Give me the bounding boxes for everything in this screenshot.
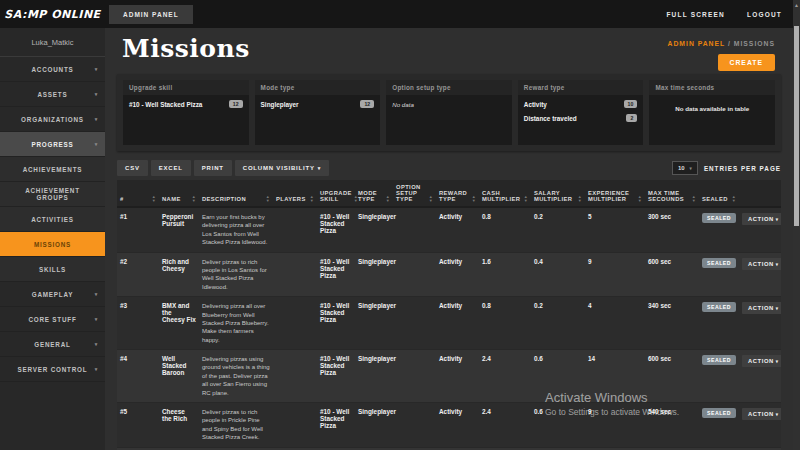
col-header-players[interactable]: PLAYERS▲▼	[273, 180, 317, 207]
sidebar-item-label: GAMEPLAY	[32, 291, 74, 298]
sidebar-item-organizations[interactable]: ORGANIZATIONS▾	[0, 107, 105, 132]
vertical-scrollbar[interactable]: ▲	[793, 0, 800, 450]
sort-arrows-icon[interactable]: ▲▼	[638, 195, 642, 202]
col-header-inner: NAME▲▼	[162, 195, 196, 202]
sidebar-item-accounts[interactable]: ACCOUNTS▾	[0, 57, 105, 82]
table-row: #5Cheese the RichDeliver pizzas to rich …	[117, 403, 781, 448]
col-header-label: DESCRIPTION	[202, 196, 246, 202]
col-header-description[interactable]: DESCRIPTION▲▼	[199, 180, 273, 207]
col-header-max-time-secounds[interactable]: MAX TIME SECOUNDS▲▼	[645, 180, 699, 207]
col-header-label: #	[120, 196, 124, 202]
cell-upgrade-skill: #10 - Well Stacked Pizza	[317, 297, 355, 350]
sidebar-item-achievement-groups[interactable]: ACHIEVEMENT GROUPS	[0, 182, 105, 207]
cell-cash-multiplier: 0.8	[479, 207, 531, 252]
cell-upgrade-skill: #10 - Well Stacked Pizza	[317, 252, 355, 297]
create-button[interactable]: CREATE	[718, 54, 775, 71]
action-button[interactable]: ACTION▾	[742, 258, 781, 270]
sidebar-item-label: ACCOUNTS	[31, 66, 73, 73]
filter-box-body: Singleplayer12	[255, 95, 381, 145]
cell-option-setup-type	[393, 403, 436, 448]
sidebar-item-server-control[interactable]: SERVER CONTROL▾	[0, 357, 105, 382]
toolbar-button-label: EXCEL	[159, 165, 183, 171]
scrollbar-thumb[interactable]	[794, 26, 799, 226]
col-header-name[interactable]: NAME▲▼	[159, 180, 199, 207]
sidebar-item-label: SKILLS	[39, 266, 66, 273]
sort-arrows-icon[interactable]: ▲▼	[310, 195, 314, 202]
cell-action: ACTION▾	[739, 252, 781, 297]
entries-per-page-label: ENTRIES PER PAGE	[704, 165, 781, 172]
cell-mode-type: Singleplayer	[355, 252, 393, 297]
col-header-inner: REWARD TYPE▲▼	[439, 190, 476, 202]
cell-players	[273, 403, 317, 448]
sidebar-item-activities[interactable]: ACTIVITIES	[0, 207, 105, 232]
action-button-label: ACTION	[748, 216, 774, 222]
sidebar-item-missions[interactable]: MISSIONS	[0, 232, 105, 257]
col-header-label: PLAYERS	[276, 196, 306, 202]
col-header-salary-multiplier[interactable]: SALARY MULTIPLIER▲▼	[531, 180, 585, 207]
action-button-label: ACTION	[748, 411, 774, 417]
action-button[interactable]: ACTION▾	[742, 355, 781, 367]
chevron-down-icon: ▾	[776, 359, 779, 364]
scrollbar-up-arrow-icon[interactable]: ▲	[793, 0, 800, 8]
filter-box-label: Max time seconds	[649, 80, 775, 95]
sort-arrows-icon[interactable]: ▲▼	[266, 195, 270, 202]
filter-option[interactable]: Singleplayer12	[255, 97, 381, 111]
entries-per-page-select[interactable]: 10 ▾	[672, 161, 698, 175]
logout-link[interactable]: LOGOUT	[747, 11, 782, 18]
admin-panel-button[interactable]: ADMIN PANEL	[109, 5, 193, 24]
sidebar-item-achievements[interactable]: ACHIEVEMENTS	[0, 157, 105, 182]
excel-button[interactable]: EXCEL	[151, 160, 191, 176]
main-content: Missions ADMIN PANEL / MISSIONS CREATE U…	[105, 28, 793, 450]
sidebar-nav: ACCOUNTS▾ASSETS▾ORGANIZATIONS▾PROGRESS▾A…	[0, 57, 105, 382]
full-screen-link[interactable]: FULL SCREEN	[666, 11, 725, 18]
col-header-label: UPGRADE SKILL	[320, 190, 352, 202]
cell-salary-multiplier: 0.6	[531, 403, 585, 448]
cell-name: BMX and the Cheesy Fix	[159, 297, 199, 350]
print-button[interactable]: PRINT	[194, 160, 232, 176]
sealed-badge: SEALED	[702, 258, 736, 268]
action-button[interactable]: ACTION▾	[742, 302, 781, 314]
sidebar-item-core-stuff[interactable]: CORE STUFF▾	[0, 307, 105, 332]
col-header-reward-type[interactable]: REWARD TYPE▲▼	[436, 180, 479, 207]
sort-arrows-icon[interactable]: ▲▼	[578, 195, 582, 202]
col-header-upgrade-skill[interactable]: UPGRADE SKILL▲▼	[317, 180, 355, 207]
sidebar-item-label: ASSETS	[38, 91, 68, 98]
breadcrumb-admin-panel[interactable]: ADMIN PANEL	[668, 40, 726, 47]
sidebar-item-skills[interactable]: SKILLS	[0, 257, 105, 282]
sidebar-item-progress[interactable]: PROGRESS▾	[0, 132, 105, 157]
sort-arrows-icon[interactable]: ▲▼	[386, 195, 390, 202]
col-header-cash-multiplier[interactable]: CASH MULTIPLIER▲▼	[479, 180, 531, 207]
col-header-mode-type[interactable]: MODE TYPE▲▼	[355, 180, 393, 207]
sort-arrows-icon[interactable]: ▲▼	[732, 195, 736, 202]
sort-arrows-icon[interactable]: ▲▼	[152, 195, 156, 202]
csv-button[interactable]: CSV	[117, 160, 148, 176]
filter-option[interactable]: Activity10	[518, 97, 644, 111]
col-header-sealed[interactable]: SEALED▲▼	[699, 180, 739, 207]
col-header-label: REWARD TYPE	[439, 190, 470, 202]
sidebar-item-label: ORGANIZATIONS	[21, 116, 84, 123]
cell-name: Well Stacked Baroon	[159, 350, 199, 403]
sidebar-item-assets[interactable]: ASSETS▾	[0, 82, 105, 107]
cell-description: Deliver pizzas to rich people in Los San…	[199, 252, 273, 297]
cell-reward-type: Activity	[436, 207, 479, 252]
sidebar-item-general[interactable]: GENERAL▾	[0, 332, 105, 357]
sort-arrows-icon[interactable]: ▲▼	[692, 195, 696, 202]
col-header-inner: MAX TIME SECOUNDS▲▼	[648, 190, 696, 202]
sidebar-item-gameplay[interactable]: GAMEPLAY▾	[0, 282, 105, 307]
col-header-experience-multiplier[interactable]: EXPERIENCE MULTIPLIER▲▼	[585, 180, 645, 207]
column-visibility-button[interactable]: COLUMN VISIBILITY▾	[235, 160, 329, 176]
filter-box-option-setup-type: Option setup typeNo data	[386, 80, 512, 145]
sort-arrows-icon[interactable]: ▲▼	[472, 195, 476, 202]
mission-description: Deliver pizzas to rich people in Los San…	[202, 258, 270, 292]
filter-option[interactable]: Distance traveled2	[518, 111, 644, 125]
cell-description: Delivering pizzas using ground vehicles …	[199, 350, 273, 403]
sort-arrows-icon[interactable]: ▲▼	[524, 195, 528, 202]
action-button[interactable]: ACTION▾	[742, 213, 781, 225]
col-header-option-setup-type[interactable]: OPTION SETUP TYPE▲▼	[393, 180, 436, 207]
filter-option[interactable]: #10 - Well Stacked Pizza12	[123, 97, 249, 111]
col-header-#[interactable]: #▲▼	[117, 180, 159, 207]
sort-arrows-icon[interactable]: ▲▼	[192, 195, 196, 202]
sort-arrows-icon[interactable]: ▲▼	[429, 195, 433, 202]
action-button[interactable]: ACTION▾	[742, 408, 781, 420]
filter-empty-text: No data available in table	[649, 97, 775, 116]
